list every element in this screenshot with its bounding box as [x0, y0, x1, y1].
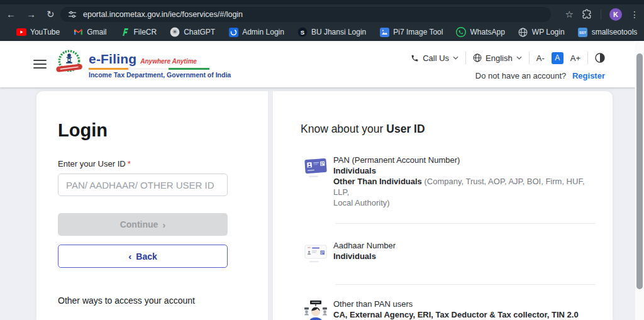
contrast-toggle-icon[interactable]	[595, 53, 605, 63]
incometax-emblem-icon	[54, 48, 84, 78]
smallseotools-icon: SST	[578, 27, 588, 37]
register-line: Do not have an account? Register	[475, 71, 605, 80]
brand-tagline: Anywhere Anytime	[140, 58, 197, 65]
brand-logo[interactable]: e-Filing Anywhere Anytime Income Tax Dep…	[54, 48, 231, 79]
toolbar-right: ☆ K ⋮	[565, 4, 639, 24]
continue-button[interactable]: Continue ›	[58, 213, 228, 236]
login-card: Login Enter your User ID* Continue › ‹ B…	[36, 91, 613, 320]
font-decrease-button[interactable]: A-	[536, 53, 545, 63]
bookmark-wp-login[interactable]: WP Login	[518, 27, 565, 37]
aadhaar-card-icon	[301, 240, 326, 267]
extensions-icon[interactable]	[582, 9, 592, 19]
bookmark-bu-jhansi[interactable]: S BU Jhansi Login	[297, 27, 366, 37]
chevron-down-icon	[516, 56, 522, 60]
language-menu[interactable]: English	[473, 53, 522, 63]
login-column: Login Enter your User ID* Continue › ‹ B…	[58, 91, 228, 306]
call-us-menu[interactable]: Call Us	[411, 53, 458, 63]
youtube-icon	[16, 27, 26, 37]
register-link[interactable]: Register	[572, 71, 605, 80]
register-prompt: Do not have an account?	[475, 71, 567, 80]
pan-card-icon	[301, 155, 326, 208]
know-panel: Know about yourUser ID	[301, 91, 604, 320]
know-item-aadhaar: Aadhaar Number Individuals	[301, 240, 604, 267]
svg-text:S: S	[301, 29, 304, 36]
site-info-icon[interactable]	[68, 10, 77, 19]
user-id-input[interactable]	[58, 174, 228, 196]
user-id-label: Enter your User ID*	[58, 159, 228, 168]
bookmark-chatgpt[interactable]: ✳ ChatGPT	[170, 27, 215, 37]
url-text: eportal.incometax.gov.in/iec/foservices/…	[83, 10, 243, 19]
back-button[interactable]: ‹ Back	[58, 245, 228, 268]
know-item-text: PAN (Permanent Account Number) Individua…	[333, 155, 594, 208]
bu-jhansi-icon: S	[297, 27, 308, 37]
tax-professional-icon	[301, 299, 326, 320]
bookmark-admin-login[interactable]: Admin Login	[228, 27, 284, 37]
header-controls: Call Us English A- A A+	[411, 52, 605, 64]
filecr-icon	[120, 27, 130, 37]
page-scrollbar-track	[635, 41, 644, 320]
bookmark-filecr[interactable]: FileCR	[120, 27, 157, 37]
column-divider	[268, 91, 273, 320]
hamburger-menu-icon[interactable]	[33, 60, 47, 71]
tricolor-divider	[89, 68, 209, 70]
site-header: e-Filing Anywhere Anytime Income Tax Dep…	[0, 41, 635, 87]
bookmark-whatsapp[interactable]: WhatsApp	[456, 27, 504, 37]
pi7-image-icon	[379, 27, 389, 37]
svg-text:SST: SST	[579, 31, 586, 35]
chatgpt-icon: ✳	[170, 27, 180, 37]
header-separator	[465, 52, 466, 64]
bookmarks-bar: YouTube Gmail FileCR ✳ ChatGPT Admin Log…	[0, 24, 644, 41]
other-ways-text: Other ways to access your account	[58, 295, 228, 306]
chevron-left-icon: ‹	[128, 251, 131, 261]
item-divider	[336, 284, 595, 285]
chevron-right-icon: ›	[162, 220, 165, 229]
wp-login-globe-icon	[518, 27, 528, 37]
bookmark-gmail[interactable]: Gmail	[73, 27, 106, 37]
profile-avatar[interactable]: K	[609, 8, 622, 21]
page-scrollbar-thumb[interactable]	[636, 53, 643, 289]
browser-menu-icon[interactable]: ⋮	[630, 9, 639, 19]
address-bar[interactable]: eportal.incometax.gov.in/iec/foservices/…	[60, 7, 551, 22]
svg-text:✳: ✳	[172, 28, 177, 35]
bookmark-pi7[interactable]: Pi7 Image Tool	[379, 27, 443, 37]
know-item-text: Other than PAN users CA, External Agency…	[333, 299, 594, 320]
font-increase-button[interactable]: A+	[570, 53, 580, 63]
know-item-pan: PAN (Permanent Account Number) Individua…	[301, 155, 604, 208]
browser-tab-strip	[0, 0, 644, 4]
know-item-other-users: Other than PAN users CA, External Agency…	[301, 299, 604, 320]
required-asterisk: *	[128, 159, 131, 168]
brand-title: e-Filing	[89, 52, 136, 67]
header-separator	[529, 52, 530, 64]
forward-icon[interactable]: →	[26, 9, 36, 19]
bookmark-star-icon[interactable]: ☆	[565, 9, 574, 20]
font-normal-button[interactable]: A	[552, 52, 564, 64]
phone-icon	[411, 54, 419, 62]
brand-subtitle: Income Tax Department, Government of Ind…	[89, 71, 231, 79]
globe-icon	[473, 53, 482, 62]
chevron-down-icon	[453, 56, 458, 60]
know-panel-title: Know about yourUser ID	[301, 123, 604, 136]
reload-icon[interactable]: ↻	[47, 9, 55, 19]
whatsapp-icon	[456, 27, 466, 37]
page-title: Login	[58, 120, 228, 141]
bookmark-smallseotools[interactable]: SST smallseotools	[578, 27, 638, 37]
header-separator	[587, 52, 588, 64]
screen: ← → ↻ eportal.incometax.gov.in/iec/foser…	[0, 0, 644, 320]
know-item-text: Aadhaar Number Individuals	[333, 240, 594, 267]
item-divider	[336, 223, 595, 224]
gmail-icon	[73, 27, 83, 37]
toolbar-separator	[601, 9, 601, 19]
bookmark-youtube[interactable]: YouTube	[16, 27, 60, 37]
brand-text: e-Filing Anywhere Anytime Income Tax Dep…	[89, 52, 231, 79]
admin-login-icon	[228, 27, 238, 37]
back-icon[interactable]: ←	[6, 9, 16, 19]
